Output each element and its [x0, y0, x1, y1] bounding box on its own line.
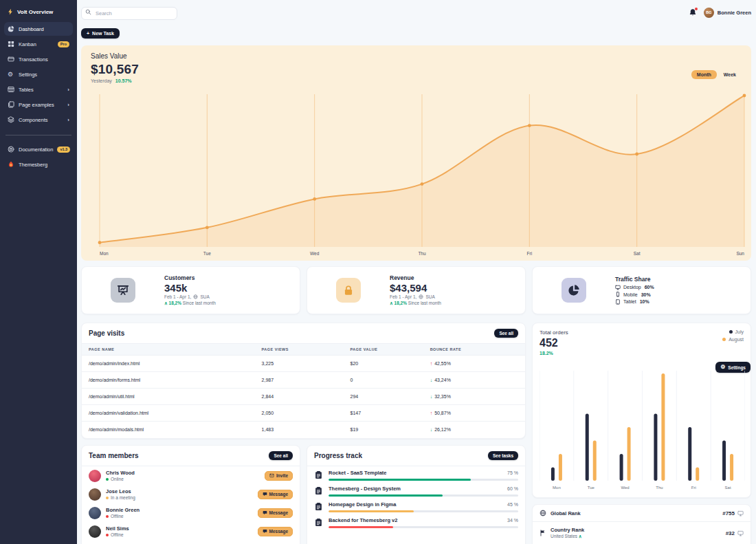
sidebar-item-tables[interactable]: Tables › [4, 83, 73, 96]
brand-label: Volt Overview [17, 9, 53, 15]
message-button[interactable]: Message [258, 490, 293, 499]
globe-icon [419, 294, 423, 299]
message-button[interactable]: Message [258, 527, 293, 536]
status-label: Offline [111, 532, 124, 537]
member-info: Chris Wood Online [106, 470, 265, 481]
cell-page-value: 294 [344, 389, 423, 405]
traffic-body: Traffic Share Desktop 60% Mobile 30% Tab… [615, 276, 751, 305]
avatar: BG [704, 8, 714, 18]
status-label: Offline [111, 514, 124, 519]
message-button[interactable]: Message [258, 508, 293, 518]
sidebar-item-label: Kanban [19, 41, 54, 47]
search [81, 6, 177, 20]
brand[interactable]: Volt Overview [4, 6, 73, 22]
col-bounce-rate: BOUNCE RATE [423, 344, 525, 356]
table-row: /demo/admin/util.html 2,844 294 ↓32,35% [82, 389, 525, 405]
svg-text:Sat: Sat [634, 251, 641, 256]
sidebar-item-documentation[interactable]: Documentation v1.3 [4, 142, 73, 156]
team-header: Team members See all [82, 446, 300, 466]
new-task-button[interactable]: + New Task [81, 28, 120, 39]
country-name: United States [551, 534, 577, 538]
svg-text:Wed: Wed [621, 486, 629, 490]
member-status: Online [106, 477, 265, 481]
screen-icon [737, 530, 744, 536]
chat-icon [263, 492, 267, 497]
sidebar-item-components[interactable]: Components › [4, 113, 73, 127]
chart-pie-icon [8, 25, 14, 32]
sidebar-item-dashboard[interactable]: Dashboard [4, 22, 73, 36]
task-percent: 75 % [507, 470, 518, 475]
actions-row: + New Task [81, 25, 751, 39]
clipboard-icon [314, 486, 323, 495]
invite-button[interactable]: Invite [265, 471, 293, 481]
sales-period: Yesterday [91, 78, 112, 83]
rank-value: #755 [722, 510, 744, 516]
traffic-mobile-row: Mobile 30% [615, 292, 745, 297]
flame-logo [8, 161, 14, 168]
status-label: In a meeting [111, 495, 135, 500]
progress-bar [329, 479, 518, 481]
sidebar-item-page-examples[interactable]: Page examples › [4, 98, 73, 111]
customers-iconbox [82, 278, 164, 303]
task-row: Themesberg - Design System60 % [307, 482, 525, 498]
user-menu[interactable]: BG Bonnie Green [704, 8, 751, 18]
progress-fill [329, 479, 471, 481]
see-all-button[interactable]: See all [494, 329, 518, 338]
stat-change: ∧ 18,2% Since last month [164, 301, 294, 306]
sidebar-item-settings[interactable]: ⚙ Settings [4, 67, 73, 81]
see-all-button[interactable]: See all [269, 451, 293, 460]
arrow-up-icon: ↑ [430, 411, 433, 415]
stat-value: $43,594 [390, 282, 520, 294]
main-content: BG Bonnie Green + New Task Sales Value $… [77, 0, 756, 544]
toggle-month[interactable]: Month [691, 70, 717, 79]
traffic-value: 30% [641, 292, 651, 297]
caret-up-icon: ∧ [164, 301, 168, 305]
bounce-value: 26,12% [434, 427, 451, 432]
progress-bar [329, 510, 518, 512]
caret-up-icon: ∧ [579, 534, 582, 538]
plus-icon: + [87, 31, 89, 36]
toggle-week[interactable]: Week [718, 70, 742, 79]
task-row: Rocket - SaaS Template75 % [307, 466, 525, 482]
progress-fill [329, 526, 393, 528]
stat-title: Traffic Share [615, 276, 745, 283]
stat-period-text: Feb 1 - Apr 1, [390, 294, 416, 299]
sidebar-item-kanban[interactable]: Kanban Pro [4, 37, 73, 51]
avatar [89, 488, 101, 501]
sidebar-item-themesberg[interactable]: Themesberg [4, 157, 73, 171]
traffic-iconbox [533, 278, 615, 303]
action-label: Invite [276, 473, 288, 478]
revenue-card: Revenue $43,594 Feb 1 - Apr 1, SUA ∧ 18,… [307, 266, 526, 314]
presentation-chart-icon [111, 278, 135, 303]
traffic-value: 10% [640, 299, 649, 304]
topbar-right: BG Bonnie Green [689, 8, 751, 18]
chat-icon [263, 510, 267, 515]
search-input[interactable] [81, 7, 177, 20]
cell-bounce-rate: ↓43,24% [423, 372, 525, 389]
stat-title: Customers [164, 274, 294, 281]
member-status: Offline [106, 532, 258, 537]
bounce-value: 43,24% [434, 378, 451, 382]
stat-change: ∧ 18,2% Since last month [390, 301, 520, 306]
avatar [89, 470, 101, 482]
table-header-row: PAGE NAME PAGE VIEWS PAGE VALUE BOUNCE R… [82, 344, 525, 356]
chevron-right-icon: › [67, 87, 69, 93]
see-tasks-button[interactable]: See tasks [488, 451, 518, 460]
team-members-card: Team members See all Chris Wood Online I… [81, 445, 300, 544]
stat-value: 345k [164, 282, 294, 294]
sidebar-item-transactions[interactable]: Transactions [4, 52, 73, 66]
bell-icon[interactable] [689, 8, 697, 17]
progress-fill [329, 510, 414, 512]
member-info: Bonnie Green Offline [106, 507, 258, 519]
col-page-name: PAGE NAME [82, 344, 255, 356]
member-name: Jose Leos [106, 488, 258, 494]
topbar: BG Bonnie Green [81, 3, 751, 21]
status-dot [106, 515, 109, 518]
col-page-views: PAGE VIEWS [255, 344, 344, 356]
cell-page-views: 3,225 [255, 356, 344, 372]
total-orders-card: Total orders 452 18.2% July August ⚙ Set… [532, 323, 751, 498]
traffic-label: Tablet [623, 299, 636, 304]
table-row: /demo/admin/validation.html 2,050 $147 ↑… [82, 405, 525, 422]
progress-title: Progress track [314, 452, 362, 459]
task-percent: 45 % [507, 502, 518, 507]
